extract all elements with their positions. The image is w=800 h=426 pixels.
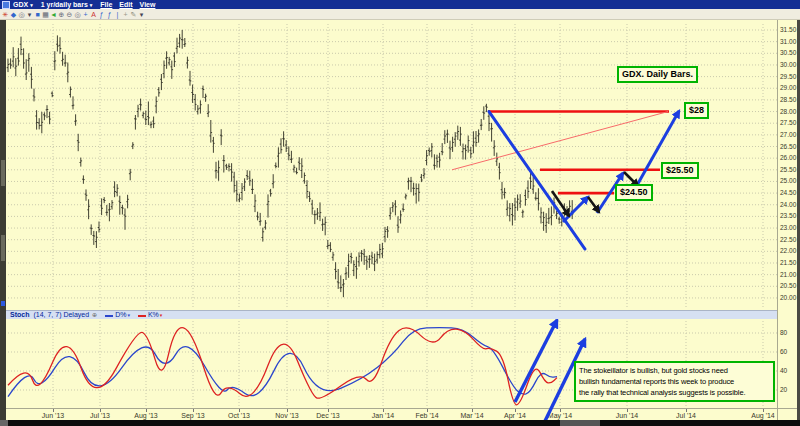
axis-divider bbox=[777, 20, 778, 420]
pencil-icon[interactable]: ✎ bbox=[130, 10, 137, 19]
add-icon[interactable]: + bbox=[122, 10, 129, 19]
chevron-down-icon: ▾ bbox=[30, 2, 33, 8]
window-bottom-edge bbox=[0, 420, 800, 426]
price-tick-label: 22.50 bbox=[780, 236, 796, 243]
price-tick-label: 30.50 bbox=[780, 49, 796, 56]
pointer-icon[interactable]: ◆ bbox=[10, 10, 17, 19]
black-down-arrow[interactable] bbox=[552, 191, 569, 216]
chevron-down-icon: ▾ bbox=[160, 312, 163, 318]
price-tick-label: 26.00 bbox=[780, 154, 796, 161]
date-tick-label: Sep '13 bbox=[181, 412, 205, 419]
date-tick-label: Aug '14 bbox=[751, 412, 775, 419]
taskbar-notch bbox=[560, 420, 600, 426]
zoom-caret-icon[interactable]: ▾ bbox=[26, 10, 33, 19]
scrollbar-marker-icon bbox=[1, 301, 5, 306]
price-target-label-2550[interactable]: $25.50 bbox=[661, 162, 699, 179]
price-tick-label: 30.00 bbox=[780, 61, 796, 68]
price-tick-label: 31.00 bbox=[780, 38, 796, 45]
title-bar: GDX▾ 1 yr/daily bars▾ FileEditView bbox=[0, 0, 800, 9]
date-tick-label: Feb '14 bbox=[415, 412, 438, 419]
legend-D-percent[interactable]: D%▾ bbox=[97, 311, 130, 318]
menu-file[interactable]: File bbox=[100, 1, 112, 8]
tools-caret-icon[interactable]: ▾ bbox=[138, 10, 145, 19]
cursor-line-icon[interactable]: | bbox=[114, 10, 121, 19]
blue-up-arrow[interactable] bbox=[563, 197, 588, 222]
chevron-down-icon: ▾ bbox=[90, 2, 93, 8]
commentary-text: The stokeillator is bullish, but gold st… bbox=[579, 366, 745, 397]
stop-icon[interactable]: ■ bbox=[34, 10, 41, 19]
menu-edit[interactable]: Edit bbox=[119, 1, 132, 8]
black-down-arrow[interactable] bbox=[588, 197, 599, 212]
stoch-tick-label: 40 bbox=[780, 367, 787, 374]
price-target-label-2450[interactable]: $24.50 bbox=[615, 184, 653, 201]
zoom-out-icon[interactable]: ⊖ bbox=[66, 10, 73, 19]
price-tick-label: 24.00 bbox=[780, 201, 796, 208]
price-tick-label: 27.00 bbox=[780, 131, 796, 138]
menu-view[interactable]: View bbox=[140, 1, 156, 8]
price-tick-label: 23.50 bbox=[780, 212, 796, 219]
scrollbar-thumb[interactable] bbox=[1, 235, 5, 261]
indicator-icon[interactable]: ƒ bbox=[98, 10, 105, 19]
price-tick-label: 22.00 bbox=[780, 247, 796, 254]
legend-swatch bbox=[105, 315, 113, 317]
date-tick-label: Apr '14 bbox=[504, 412, 526, 419]
stoch-tick-label: 80 bbox=[780, 329, 787, 336]
zoom-reset-icon[interactable]: ◎ bbox=[74, 10, 81, 19]
thin-red-trendline[interactable] bbox=[452, 112, 668, 170]
price-tick-label: 31.50 bbox=[780, 26, 796, 33]
date-tick-label: Jun '14 bbox=[616, 412, 638, 419]
menu-bar: FileEditView bbox=[100, 0, 162, 9]
left-scrollbar[interactable] bbox=[0, 20, 6, 426]
price-tick-label: 20.00 bbox=[780, 294, 796, 301]
date-tick-label: Oct '13 bbox=[228, 412, 250, 419]
crosshair-icon[interactable]: + bbox=[82, 10, 89, 19]
date-tick-label: Nov '13 bbox=[275, 412, 299, 419]
date-tick-label: Dec '13 bbox=[316, 412, 340, 419]
price-tick-label: 29.50 bbox=[780, 73, 796, 80]
date-tick-label: May '14 bbox=[548, 412, 572, 419]
date-tick-label: Aug '13 bbox=[134, 412, 158, 419]
scrollbar-thumb[interactable] bbox=[1, 160, 5, 186]
zoom-tool-icon[interactable]: ◎ bbox=[18, 10, 25, 19]
flash-icon[interactable]: ✳ bbox=[2, 10, 9, 19]
legend-K-percent[interactable]: K%▾ bbox=[130, 311, 162, 318]
chart-title-box[interactable]: GDX. Daily Bars. bbox=[617, 66, 698, 83]
price-tick-label: 26.50 bbox=[780, 143, 796, 150]
price-target-label-28[interactable]: $28 bbox=[684, 102, 709, 119]
price-tick-label: 27.50 bbox=[780, 119, 796, 126]
stoch-label: Stoch bbox=[10, 311, 29, 319]
stoch-K-percent-line bbox=[8, 328, 557, 405]
toolbar: ✳◆◎▾■▦◄⊕⊖◎+Aƒƒ|+✎▾ bbox=[0, 9, 800, 20]
stoch-panel-header: Stoch (14, 7, 7) Delayed ⊕ D%▾K%▾ bbox=[6, 310, 777, 319]
zoom-in-icon[interactable]: ⊕ bbox=[58, 10, 65, 19]
price-tick-label: 21.50 bbox=[780, 259, 796, 266]
price-tick-label: 21.00 bbox=[780, 271, 796, 278]
date-tick-label: Jul '14 bbox=[676, 412, 696, 419]
stoch-legend: D%▾K%▾ bbox=[97, 311, 162, 319]
price-tick-label: 24.50 bbox=[780, 189, 796, 196]
stoch-tick-label: 20 bbox=[780, 386, 787, 393]
app-icon bbox=[2, 1, 10, 9]
stoch-tick-label: 60 bbox=[780, 348, 787, 355]
price-axis: 20.0020.5021.0021.5022.0022.5023.0023.50… bbox=[778, 20, 798, 408]
grid-icon[interactable]: ▦ bbox=[42, 10, 49, 19]
legend-swatch bbox=[138, 315, 146, 317]
price-tick-label: 29.00 bbox=[780, 84, 796, 91]
price-bars bbox=[7, 30, 574, 297]
indicator2-icon[interactable]: ƒ bbox=[106, 10, 113, 19]
price-tick-label: 28.50 bbox=[780, 96, 796, 103]
date-tick-label: Jan '14 bbox=[372, 412, 394, 419]
stoch-blue-arrow[interactable] bbox=[515, 320, 557, 402]
stoch-params: (14, 7, 7) Delayed bbox=[33, 311, 89, 319]
annotation-icon[interactable]: A bbox=[90, 10, 97, 19]
date-tick-label: Mar '14 bbox=[460, 412, 483, 419]
blue-downtrend-line[interactable] bbox=[489, 112, 585, 249]
date-tick-label: Jul '13 bbox=[90, 412, 110, 419]
pan-left-icon[interactable]: ◄ bbox=[50, 10, 57, 19]
price-tick-label: 28.00 bbox=[780, 108, 796, 115]
commentary-box[interactable]: The stokeillator is bullish, but gold st… bbox=[574, 361, 775, 402]
price-tick-label: 20.50 bbox=[780, 282, 796, 289]
resize-corner bbox=[0, 420, 8, 426]
price-tick-label: 23.00 bbox=[780, 224, 796, 231]
stoch-D-percent-line bbox=[8, 328, 557, 397]
